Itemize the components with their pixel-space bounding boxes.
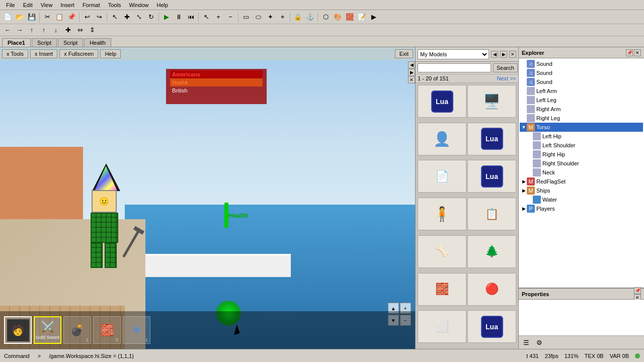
model-item-8[interactable]: 📋 <box>467 198 516 230</box>
resize-button[interactable]: ⤡ <box>133 12 144 23</box>
tb2-cross[interactable]: ✚ <box>62 25 73 36</box>
inv-splash[interactable]: ✳ 1 <box>123 316 150 344</box>
inv-bricks[interactable]: 🧱 5 <box>93 316 121 344</box>
properties-sort[interactable]: ☰ <box>521 337 532 348</box>
menu-format[interactable]: Format <box>78 1 104 9</box>
help-btn[interactable]: Help <box>100 49 121 58</box>
menu-window[interactable]: Window <box>125 1 152 9</box>
model-item-2[interactable]: 🖥️ <box>467 85 516 118</box>
run-button[interactable]: ▶ <box>368 12 379 23</box>
terrain-remove[interactable]: − <box>225 12 236 23</box>
material-button[interactable]: 🧱 <box>344 12 355 23</box>
explorer-pin[interactable]: 📌 <box>626 49 633 56</box>
surface-button[interactable]: ⬡ <box>320 12 331 23</box>
tb2-left[interactable]: ← <box>2 25 13 36</box>
americans-british[interactable]: British <box>170 86 263 95</box>
tree-redflagset[interactable]: ▶ M RedFlagSet <box>520 177 643 186</box>
menu-help[interactable]: Help <box>153 1 173 9</box>
wand-select[interactable]: ✦ <box>265 12 276 23</box>
models-close[interactable]: ✕ <box>509 51 516 58</box>
tb2-resize1[interactable]: ⇔ <box>74 25 86 36</box>
free-select[interactable]: ⌖ <box>277 12 288 23</box>
models-dropdown[interactable]: My Models Free Models <box>418 49 489 59</box>
tree-players[interactable]: ▶ P Players <box>520 204 643 213</box>
pause-button[interactable]: ⏸ <box>173 12 184 23</box>
cut-button[interactable]: ✂ <box>42 12 53 23</box>
model-item-7[interactable]: 🧍 <box>418 198 466 230</box>
tree-right-hip[interactable]: Right Hip <box>520 150 643 159</box>
tb2-up[interactable]: ↑ <box>26 25 37 36</box>
explorer-close[interactable]: ✕ <box>634 49 641 56</box>
paint-button[interactable]: 🎨 <box>332 12 343 23</box>
redo-button[interactable]: ↪ <box>94 12 105 23</box>
menu-insert[interactable]: Insert <box>56 1 78 9</box>
tree-right-shoulder[interactable]: Right Shoulder <box>520 159 643 168</box>
model-item-13[interactable]: ⬜ <box>418 310 466 343</box>
tab-script1[interactable]: Script <box>32 38 57 47</box>
tree-torso[interactable]: ▼ M Torso <box>520 123 643 132</box>
tree-sound-3[interactable]: ♫ Sound <box>520 77 643 86</box>
tab-place1[interactable]: Place1 <box>2 38 31 47</box>
open-button[interactable]: 📂 <box>14 12 25 23</box>
properties-pin[interactable]: 📌 <box>634 287 641 294</box>
tb2-right[interactable]: → <box>14 25 25 36</box>
models-next[interactable]: ▶ <box>500 51 507 58</box>
ellipse-select[interactable]: ⬭ <box>253 12 264 23</box>
tree-left-hip[interactable]: Left Hip <box>520 132 643 141</box>
play-button[interactable]: ▶ <box>161 12 172 23</box>
pagination-next[interactable]: Next >> <box>497 75 516 81</box>
model-item-1[interactable]: Lua <box>418 85 466 118</box>
cursor-button[interactable]: ↖ <box>201 12 212 23</box>
vp-next[interactable]: ▶ <box>408 69 415 76</box>
model-item-9[interactable]: 🦴 <box>418 235 466 268</box>
viewport[interactable]: x Tools x Insert x Fullscreen Help Exit … <box>0 47 415 349</box>
menu-file[interactable]: File <box>2 1 19 9</box>
vp-close[interactable]: ✕ <box>408 76 415 83</box>
model-item-4[interactable]: Lua <box>467 123 516 155</box>
undo-button[interactable]: ↩ <box>82 12 93 23</box>
model-item-5[interactable]: 📄 <box>418 160 466 193</box>
menu-edit[interactable]: Edit <box>19 1 37 9</box>
rotate-button[interactable]: ↻ <box>145 12 156 23</box>
paste-button[interactable]: 📌 <box>66 12 77 23</box>
save-button[interactable]: 💾 <box>26 12 37 23</box>
model-item-12[interactable]: 🔴 <box>467 273 516 306</box>
model-item-6[interactable]: Lua <box>467 160 516 193</box>
tree-water[interactable]: Water <box>520 195 643 204</box>
exit-btn[interactable]: Exit <box>395 49 413 58</box>
select-button[interactable]: ↖ <box>109 12 120 23</box>
script-button[interactable]: 📝 <box>356 12 367 23</box>
vp-prev[interactable]: ◀ <box>408 61 415 68</box>
lock-button[interactable]: 🔒 <box>292 12 303 23</box>
model-item-11[interactable]: 🧱 <box>418 273 466 306</box>
inv-gold-sword[interactable]: ⚔️ Gold Sword <box>34 316 61 344</box>
insert-close[interactable]: x Insert <box>30 49 57 58</box>
menu-view[interactable]: View <box>37 1 57 9</box>
models-search-button[interactable]: Search <box>493 63 518 72</box>
model-item-3[interactable]: 👤 <box>418 123 466 155</box>
tree-right-arm[interactable]: Right Arm <box>520 105 643 114</box>
inv-bomb[interactable]: 💣 1 <box>63 316 91 344</box>
inv-slot-1[interactable]: 🧑 <box>4 316 32 344</box>
model-item-10[interactable]: 🌲 <box>467 235 516 268</box>
tree-left-leg[interactable]: Left Leg <box>520 96 643 105</box>
stop-button[interactable]: ⏮ <box>185 12 196 23</box>
tree-sound-2[interactable]: ♫ Sound <box>520 68 643 77</box>
new-button[interactable]: 📄 <box>2 12 13 23</box>
rect-select[interactable]: ▭ <box>240 12 252 23</box>
tab-script2[interactable]: Script <box>58 38 83 47</box>
anchor-button[interactable]: ⚓ <box>304 12 315 23</box>
properties-filter[interactable]: ⚙ <box>534 337 545 348</box>
menu-tools[interactable]: Tools <box>104 1 125 9</box>
tb2-resize2[interactable]: ⇕ <box>87 25 98 36</box>
tree-right-leg[interactable]: Right Leg <box>520 114 643 123</box>
tb2-down[interactable]: ↓ <box>50 25 61 36</box>
tools-close[interactable]: x Tools <box>2 49 28 58</box>
model-item-14[interactable]: Lua <box>467 310 516 343</box>
models-prev[interactable]: ◀ <box>491 51 498 58</box>
tb2-up2[interactable]: ↑ <box>38 25 49 36</box>
copy-button[interactable]: 📋 <box>54 12 65 23</box>
tree-left-arm[interactable]: Left Arm <box>520 86 643 96</box>
tree-sound-1[interactable]: ♫ Sound <box>520 59 643 68</box>
models-search-input[interactable] <box>418 63 491 72</box>
